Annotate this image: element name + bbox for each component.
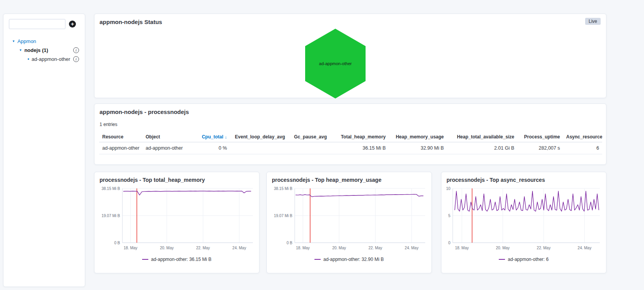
chart-title: processnodejs - Top heap_memory_usage (272, 177, 425, 183)
line-chart[interactable]: 0 B19.07 Mi B38.15 Mi B18. May20. May22.… (97, 185, 259, 254)
tree-item-nodejs[interactable]: nodejs (1) (24, 47, 48, 53)
column-header-heap_memory_usage[interactable]: Heap_memory_usage (389, 132, 447, 142)
line-chart[interactable]: 051018. May20. May22. May24. May (444, 185, 606, 254)
chart-legend[interactable]: ad-appmon-other: 36.15 Mi B (94, 257, 259, 262)
svg-text:20. May: 20. May (332, 246, 346, 250)
metrics-table-head: ResourceObjectCpu_total↓Event_loop_delay… (99, 132, 602, 142)
chevron-down-icon[interactable]: ▼ (19, 48, 22, 52)
table-cell: 32.90 Mi B (389, 142, 447, 154)
column-header-process_uptime[interactable]: Process_uptime (517, 132, 563, 142)
column-header-event_loop_delay_avg[interactable]: Event_loop_delay_avg (230, 132, 288, 142)
column-header-total_heap_memory[interactable]: Total_heap_memory (330, 132, 389, 142)
table-cell: ad-appmon-other (99, 142, 143, 154)
svg-text:10: 10 (446, 186, 451, 191)
table-cell: 36.15 Mi B (330, 142, 389, 154)
column-header-gc_pause_avg[interactable]: Gc_pause_avg (288, 132, 330, 142)
chevron-down-icon[interactable]: ▼ (12, 40, 15, 43)
column-header-resource[interactable]: Resource (99, 132, 143, 142)
process-table-panel: appmon-nodejs - processnodejs 1 entries … (94, 104, 606, 165)
live-badge[interactable]: Live (585, 18, 601, 25)
line-chart[interactable]: 0 B19.07 Mi B38.15 Mi B18. May20. May22.… (269, 185, 431, 254)
legend-swatch (314, 259, 321, 260)
legend-label: ad-appmon-other: 32.90 Mi B (323, 257, 384, 262)
dashboard-page: + ▼ Appmon ▼ nodejs (1) i • ad-appmon-ot… (0, 0, 644, 290)
column-header-heap_total_available_size[interactable]: Heap_total_available_size (447, 132, 517, 142)
table-cell: ad-appmon-other (143, 142, 196, 154)
chart-svg: 0 B19.07 Mi B38.15 Mi B18. May20. May22.… (97, 185, 257, 254)
svg-text:24. May: 24. May (405, 246, 419, 250)
svg-text:5: 5 (448, 214, 450, 218)
svg-text:20. May: 20. May (496, 246, 510, 250)
chart-title: processnodejs - Top async_resources (447, 177, 600, 183)
tree-row-appmon[interactable]: ▼ Appmon (3, 37, 85, 46)
column-header-async_resources[interactable]: Async_resources (563, 132, 602, 142)
svg-text:0 B: 0 B (287, 241, 292, 245)
table-cell: 0 % (196, 142, 230, 154)
chart-title: processnodejs - Top total_heap_memory (100, 177, 253, 183)
svg-text:38.15 Mi B: 38.15 Mi B (101, 186, 120, 191)
svg-text:20. May: 20. May (160, 246, 174, 250)
chart-svg: 0 B19.07 Mi B38.15 Mi B18. May20. May22.… (269, 185, 429, 254)
legend-swatch (142, 259, 148, 260)
svg-text:18. May: 18. May (455, 246, 469, 250)
plus-circle-icon[interactable]: + (69, 21, 76, 28)
chart-legend[interactable]: ad-appmon-other: 6 (441, 257, 606, 262)
resource-tree: ▼ Appmon ▼ nodejs (1) i • ad-appmon-othe… (3, 37, 85, 64)
svg-text:18. May: 18. May (124, 246, 137, 250)
table-panel-title: appmon-nodejs - processnodejs (100, 109, 600, 115)
legend-swatch (499, 259, 505, 260)
svg-text:22. May: 22. May (196, 246, 210, 250)
table-row[interactable]: ad-appmon-otherad-appmon-other0 %36.15 M… (99, 142, 602, 154)
table-cell (288, 142, 330, 154)
svg-text:22. May: 22. May (537, 246, 551, 250)
table-cell: 6 (563, 142, 602, 154)
sort-desc-icon: ↓ (225, 135, 227, 139)
svg-text:18. May: 18. May (296, 246, 310, 250)
status-hexagon[interactable]: ad-appmon-other (305, 29, 366, 98)
chart-legend[interactable]: ad-appmon-other: 32.90 Mi B (267, 257, 431, 262)
legend-label: ad-appmon-other: 6 (508, 257, 548, 262)
svg-text:38.15 Mi B: 38.15 Mi B (274, 186, 292, 191)
sidebar-header: + (3, 14, 85, 33)
bullet-icon: • (27, 56, 29, 62)
table-cell: 2.01 Gi B (447, 142, 517, 154)
tree-row-nodejs[interactable]: ▼ nodejs (1) i (3, 46, 85, 55)
svg-text:0 B: 0 B (114, 241, 120, 245)
svg-text:0: 0 (448, 241, 450, 245)
table-cell: 282,007 s (517, 142, 563, 154)
svg-text:24. May: 24. May (232, 246, 246, 250)
status-panel: appmon-nodejs Status Live ad-appmon-othe… (94, 14, 606, 98)
svg-text:24. May: 24. May (578, 246, 592, 250)
info-icon[interactable]: i (73, 56, 79, 62)
sidebar: + ▼ Appmon ▼ nodejs (1) i • ad-appmon-ot… (3, 14, 85, 287)
table-cell (230, 142, 288, 154)
legend-label: ad-appmon-other: 36.15 Mi B (151, 257, 211, 262)
entries-count: 1 entries (100, 122, 606, 127)
svg-text:19.07 Mi B: 19.07 Mi B (101, 214, 120, 218)
tree-item-ad-appmon-other[interactable]: ad-appmon-other (32, 56, 70, 62)
metrics-table-body: ad-appmon-otherad-appmon-other0 %36.15 M… (99, 142, 602, 154)
chart-panel-async-resources: processnodejs - Top async_resources 0510… (441, 172, 606, 273)
column-header-object[interactable]: Object (143, 132, 196, 142)
search-input[interactable] (9, 19, 65, 29)
chart-panel-total-heap-memory: processnodejs - Top total_heap_memory 0 … (94, 172, 259, 273)
info-icon[interactable]: i (73, 47, 79, 53)
chart-svg: 051018. May20. May22. May24. May (444, 185, 604, 254)
column-header-cpu_total[interactable]: Cpu_total↓ (196, 132, 230, 142)
hexagon-label: ad-appmon-other (319, 61, 352, 66)
tree-row-ad-appmon-other[interactable]: • ad-appmon-other i (3, 55, 85, 64)
status-panel-title: appmon-nodejs Status (100, 19, 600, 25)
chart-panel-heap-memory-usage: processnodejs - Top heap_memory_usage 0 … (266, 172, 432, 273)
svg-text:22. May: 22. May (369, 246, 383, 250)
metrics-table: ResourceObjectCpu_total↓Event_loop_delay… (99, 132, 602, 154)
tree-item-appmon[interactable]: Appmon (17, 38, 36, 44)
svg-text:19.07 Mi B: 19.07 Mi B (274, 214, 292, 218)
